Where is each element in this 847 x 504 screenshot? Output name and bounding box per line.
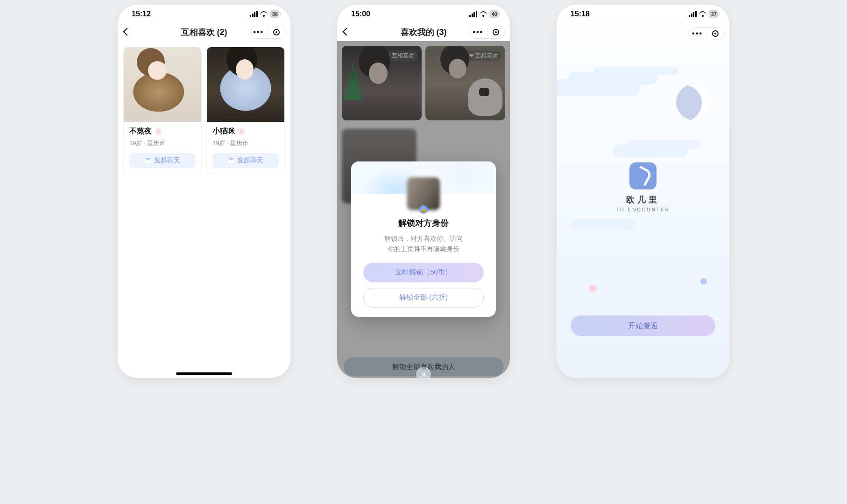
battery-icon: 37 xyxy=(709,10,718,18)
chat-label: 发起聊天 xyxy=(237,156,263,165)
close-icon: ✕ xyxy=(421,370,427,378)
female-icon: ♀ xyxy=(238,128,245,135)
user-photo xyxy=(124,47,201,122)
unlock-modal: 🔒 解锁对方身份 解锁后，对方喜欢你、访问 你的主页将不再隐藏身份 立即解锁（5… xyxy=(351,161,496,317)
chat-icon xyxy=(145,158,151,163)
user-card[interactable]: 不熬夜 ♀ 19岁 · 重庆市 发起聊天 xyxy=(123,47,202,174)
menu-button[interactable]: ••• xyxy=(250,28,268,36)
unlock-now-button[interactable]: 立即解锁（50币） xyxy=(363,263,484,282)
user-name: 小猫咪 xyxy=(212,126,235,136)
page-title: 互相喜欢 (2) xyxy=(181,27,227,38)
female-icon: ♀ xyxy=(155,128,162,135)
home-indicator[interactable] xyxy=(176,372,232,375)
wifi-icon xyxy=(260,11,268,17)
nav-bar: 互相喜欢 (2) ••• xyxy=(118,23,290,41)
moon-icon xyxy=(671,79,718,126)
wifi-icon xyxy=(699,11,706,17)
dot-decoration xyxy=(700,278,707,285)
modal-title: 解锁对方身份 xyxy=(351,217,496,229)
app-logo-icon xyxy=(629,162,656,189)
start-encounter-button[interactable]: 开始邂逅 xyxy=(571,315,715,336)
cellular-icon xyxy=(689,11,697,17)
screen-splash: 15:18 37 ••• 欧几里 TO ENCOUNT xyxy=(557,5,729,378)
user-card[interactable]: 小猫咪 ♀ 19岁 · 重庆市 发起聊天 xyxy=(206,47,285,174)
unlock-now-label: 立即解锁（50币） xyxy=(395,268,452,277)
chat-label: 发起聊天 xyxy=(154,156,180,165)
chevron-left-icon xyxy=(123,28,131,36)
miniprogram-capsule[interactable]: ••• xyxy=(469,26,505,39)
page-title: 喜欢我的 (3) xyxy=(401,27,447,38)
user-subtitle: 19岁 · 重庆市 xyxy=(212,139,279,147)
screen-mutual-likes: 15:12 38 互相喜欢 (2) ••• 不熬夜 ♀ xyxy=(118,5,290,378)
unlock-all-discount-label: 解锁全部 (六折) xyxy=(399,293,448,302)
wifi-icon xyxy=(480,11,487,17)
status-bar: 15:00 40 xyxy=(337,5,510,23)
battery-icon: 40 xyxy=(489,10,499,18)
target-icon xyxy=(493,29,499,35)
dot-decoration xyxy=(589,285,597,292)
modal-description: 解锁后，对方喜欢你、访问 你的主页将不再隐藏身份 xyxy=(351,233,496,254)
brand-block: 欧几里 TO ENCOUNTER xyxy=(616,162,670,212)
start-label: 开始邂逅 xyxy=(628,321,658,331)
status-time: 15:18 xyxy=(571,10,590,18)
battery-icon: 38 xyxy=(270,10,279,18)
screen-likes-me: 15:00 40 喜欢我的 (3) ••• 互相喜欢 xyxy=(337,5,510,378)
cloud-decoration xyxy=(571,219,636,231)
app-name: 欧几里 xyxy=(616,194,670,205)
lock-icon: 🔒 xyxy=(419,205,428,214)
miniprogram-capsule[interactable]: ••• xyxy=(249,26,286,39)
status-bar: 15:12 38 xyxy=(118,5,290,23)
status-time: 15:00 xyxy=(351,10,370,18)
menu-button[interactable]: ••• xyxy=(469,28,487,36)
start-chat-button[interactable]: 发起聊天 xyxy=(212,153,279,168)
target-icon xyxy=(273,29,280,35)
status-time: 15:12 xyxy=(132,10,151,18)
close-miniprogram-button[interactable] xyxy=(268,29,286,35)
status-bar: 15:18 37 xyxy=(557,5,729,23)
nav-bar: 喜欢我的 (3) ••• xyxy=(337,23,510,41)
cellular-icon xyxy=(250,11,258,17)
cellular-icon xyxy=(469,11,477,17)
chat-icon xyxy=(228,158,234,163)
user-subtitle: 19岁 · 重庆市 xyxy=(129,139,196,147)
user-photo xyxy=(207,47,284,122)
cloud-decoration xyxy=(613,145,687,157)
cloud-decoration xyxy=(557,79,641,96)
back-button[interactable] xyxy=(344,28,349,36)
dots-icon: ••• xyxy=(473,28,483,36)
dots-icon: ••• xyxy=(253,28,264,36)
start-chat-button[interactable]: 发起聊天 xyxy=(129,153,196,168)
chevron-left-icon xyxy=(343,28,351,36)
app-tagline: TO ENCOUNTER xyxy=(616,207,670,212)
modal-close-button[interactable]: ✕ xyxy=(416,367,431,378)
unlock-all-discount-button[interactable]: 解锁全部 (六折) xyxy=(363,288,484,308)
user-name: 不熬夜 xyxy=(129,126,152,136)
back-button[interactable] xyxy=(124,28,130,36)
close-miniprogram-button[interactable] xyxy=(487,29,505,35)
